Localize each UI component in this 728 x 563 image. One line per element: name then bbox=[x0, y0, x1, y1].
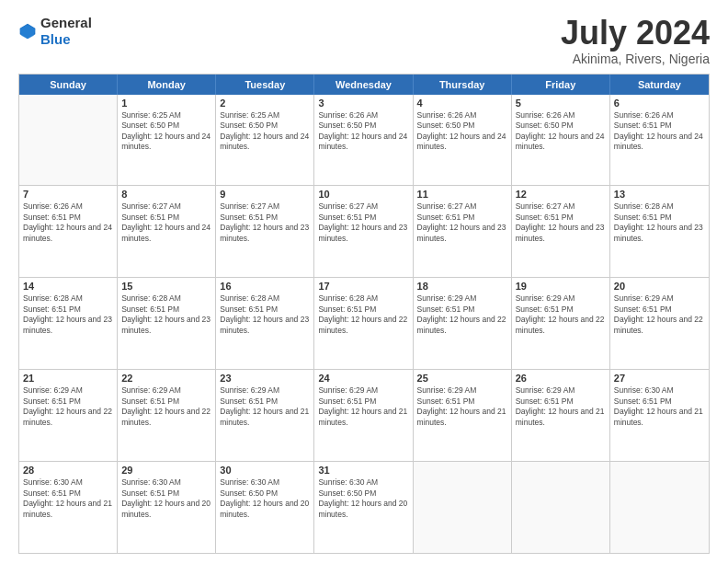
day-number: 13 bbox=[614, 189, 705, 200]
day-info: Sunrise: 6:28 AMSunset: 6:51 PMDaylight:… bbox=[220, 293, 310, 336]
calendar-header-cell: Wednesday bbox=[314, 75, 413, 95]
calendar-row: 28Sunrise: 6:30 AMSunset: 6:51 PMDayligh… bbox=[19, 461, 709, 553]
day-info: Sunrise: 6:29 AMSunset: 6:51 PMDaylight:… bbox=[417, 385, 507, 428]
calendar-cell: 13Sunrise: 6:28 AMSunset: 6:51 PMDayligh… bbox=[610, 186, 709, 277]
calendar: SundayMondayTuesdayWednesdayThursdayFrid… bbox=[18, 74, 710, 554]
day-number: 12 bbox=[516, 189, 606, 200]
day-number: 16 bbox=[220, 281, 310, 292]
calendar-cell: 22Sunrise: 6:29 AMSunset: 6:51 PMDayligh… bbox=[118, 370, 216, 461]
day-number: 4 bbox=[417, 98, 507, 109]
day-number: 27 bbox=[614, 373, 705, 384]
day-number: 25 bbox=[417, 373, 507, 384]
calendar-cell bbox=[512, 462, 610, 553]
day-info: Sunrise: 6:28 AMSunset: 6:51 PMDaylight:… bbox=[318, 293, 408, 336]
day-number: 19 bbox=[516, 281, 606, 292]
day-info: Sunrise: 6:27 AMSunset: 6:51 PMDaylight:… bbox=[318, 201, 408, 244]
day-number: 15 bbox=[121, 281, 211, 292]
calendar-cell: 30Sunrise: 6:30 AMSunset: 6:50 PMDayligh… bbox=[216, 462, 314, 553]
calendar-cell bbox=[414, 462, 512, 553]
day-info: Sunrise: 6:28 AMSunset: 6:51 PMDaylight:… bbox=[23, 293, 113, 336]
calendar-cell: 15Sunrise: 6:28 AMSunset: 6:51 PMDayligh… bbox=[118, 278, 216, 369]
day-info: Sunrise: 6:25 AMSunset: 6:50 PMDaylight:… bbox=[121, 110, 211, 153]
day-number: 3 bbox=[318, 98, 408, 109]
day-info: Sunrise: 6:30 AMSunset: 6:51 PMDaylight:… bbox=[23, 477, 113, 520]
calendar-cell: 20Sunrise: 6:29 AMSunset: 6:51 PMDayligh… bbox=[610, 278, 709, 369]
calendar-cell: 9Sunrise: 6:27 AMSunset: 6:51 PMDaylight… bbox=[216, 186, 314, 277]
calendar-cell: 29Sunrise: 6:30 AMSunset: 6:51 PMDayligh… bbox=[118, 462, 216, 553]
calendar-row: 7Sunrise: 6:26 AMSunset: 6:51 PMDaylight… bbox=[19, 185, 709, 277]
calendar-cell: 8Sunrise: 6:27 AMSunset: 6:51 PMDaylight… bbox=[118, 186, 216, 277]
day-info: Sunrise: 6:26 AMSunset: 6:51 PMDaylight:… bbox=[614, 110, 705, 153]
day-info: Sunrise: 6:30 AMSunset: 6:50 PMDaylight:… bbox=[220, 477, 310, 520]
logo-icon bbox=[18, 22, 37, 40]
day-number: 23 bbox=[220, 373, 310, 384]
calendar-cell: 25Sunrise: 6:29 AMSunset: 6:51 PMDayligh… bbox=[414, 370, 512, 461]
calendar-header: SundayMondayTuesdayWednesdayThursdayFrid… bbox=[19, 75, 709, 95]
title-block: July 2024 Akinima, Rivers, Nigeria bbox=[561, 15, 710, 66]
day-info: Sunrise: 6:28 AMSunset: 6:51 PMDaylight:… bbox=[614, 201, 705, 244]
day-info: Sunrise: 6:29 AMSunset: 6:51 PMDaylight:… bbox=[417, 293, 507, 336]
calendar-row: 1Sunrise: 6:25 AMSunset: 6:50 PMDaylight… bbox=[19, 95, 709, 186]
calendar-cell bbox=[19, 95, 118, 186]
calendar-cell: 14Sunrise: 6:28 AMSunset: 6:51 PMDayligh… bbox=[19, 278, 118, 369]
calendar-cell: 31Sunrise: 6:30 AMSunset: 6:50 PMDayligh… bbox=[314, 462, 413, 553]
calendar-cell: 7Sunrise: 6:26 AMSunset: 6:51 PMDaylight… bbox=[19, 186, 118, 277]
day-number: 18 bbox=[417, 281, 507, 292]
calendar-header-cell: Monday bbox=[118, 75, 216, 95]
calendar-cell: 10Sunrise: 6:27 AMSunset: 6:51 PMDayligh… bbox=[314, 186, 413, 277]
title-month: July 2024 bbox=[561, 15, 710, 52]
day-info: Sunrise: 6:29 AMSunset: 6:51 PMDaylight:… bbox=[318, 385, 408, 428]
calendar-cell bbox=[610, 462, 709, 553]
calendar-cell: 21Sunrise: 6:29 AMSunset: 6:51 PMDayligh… bbox=[19, 370, 118, 461]
day-number: 30 bbox=[220, 465, 310, 476]
calendar-header-cell: Tuesday bbox=[216, 75, 314, 95]
logo-general: General bbox=[40, 15, 92, 30]
calendar-cell: 6Sunrise: 6:26 AMSunset: 6:51 PMDaylight… bbox=[610, 95, 709, 186]
calendar-row: 14Sunrise: 6:28 AMSunset: 6:51 PMDayligh… bbox=[19, 277, 709, 369]
day-info: Sunrise: 6:30 AMSunset: 6:51 PMDaylight:… bbox=[614, 385, 705, 428]
day-number: 6 bbox=[614, 98, 705, 109]
header: General Blue July 2024 Akinima, Rivers, … bbox=[18, 15, 710, 66]
calendar-header-cell: Saturday bbox=[610, 75, 709, 95]
page: General Blue July 2024 Akinima, Rivers, … bbox=[0, 0, 728, 563]
day-info: Sunrise: 6:27 AMSunset: 6:51 PMDaylight:… bbox=[121, 201, 211, 244]
day-info: Sunrise: 6:26 AMSunset: 6:50 PMDaylight:… bbox=[417, 110, 507, 153]
calendar-cell: 1Sunrise: 6:25 AMSunset: 6:50 PMDaylight… bbox=[118, 95, 216, 186]
day-number: 2 bbox=[220, 98, 310, 109]
day-number: 17 bbox=[318, 281, 408, 292]
calendar-header-cell: Thursday bbox=[414, 75, 512, 95]
day-info: Sunrise: 6:29 AMSunset: 6:51 PMDaylight:… bbox=[516, 385, 606, 428]
logo-blue: Blue bbox=[40, 31, 71, 47]
calendar-cell: 3Sunrise: 6:26 AMSunset: 6:50 PMDaylight… bbox=[314, 95, 413, 186]
day-number: 5 bbox=[516, 98, 606, 109]
day-info: Sunrise: 6:27 AMSunset: 6:51 PMDaylight:… bbox=[220, 201, 310, 244]
calendar-header-cell: Sunday bbox=[19, 75, 118, 95]
day-info: Sunrise: 6:30 AMSunset: 6:51 PMDaylight:… bbox=[121, 477, 211, 520]
calendar-row: 21Sunrise: 6:29 AMSunset: 6:51 PMDayligh… bbox=[19, 369, 709, 461]
title-location: Akinima, Rivers, Nigeria bbox=[561, 52, 710, 66]
calendar-cell: 5Sunrise: 6:26 AMSunset: 6:50 PMDaylight… bbox=[512, 95, 610, 186]
calendar-cell: 12Sunrise: 6:27 AMSunset: 6:51 PMDayligh… bbox=[512, 186, 610, 277]
day-number: 20 bbox=[614, 281, 705, 292]
calendar-cell: 16Sunrise: 6:28 AMSunset: 6:51 PMDayligh… bbox=[216, 278, 314, 369]
day-info: Sunrise: 6:30 AMSunset: 6:50 PMDaylight:… bbox=[318, 477, 408, 520]
logo: General Blue bbox=[18, 15, 92, 48]
day-number: 29 bbox=[121, 465, 211, 476]
day-number: 1 bbox=[121, 98, 211, 109]
day-info: Sunrise: 6:29 AMSunset: 6:51 PMDaylight:… bbox=[614, 293, 705, 336]
day-info: Sunrise: 6:26 AMSunset: 6:50 PMDaylight:… bbox=[516, 110, 606, 153]
day-number: 8 bbox=[121, 189, 211, 200]
day-info: Sunrise: 6:29 AMSunset: 6:51 PMDaylight:… bbox=[516, 293, 606, 336]
calendar-cell: 19Sunrise: 6:29 AMSunset: 6:51 PMDayligh… bbox=[512, 278, 610, 369]
day-number: 28 bbox=[23, 465, 113, 476]
day-info: Sunrise: 6:29 AMSunset: 6:51 PMDaylight:… bbox=[121, 385, 211, 428]
calendar-cell: 28Sunrise: 6:30 AMSunset: 6:51 PMDayligh… bbox=[19, 462, 118, 553]
day-number: 7 bbox=[23, 189, 113, 200]
day-number: 21 bbox=[23, 373, 113, 384]
day-number: 11 bbox=[417, 189, 507, 200]
calendar-cell: 18Sunrise: 6:29 AMSunset: 6:51 PMDayligh… bbox=[414, 278, 512, 369]
day-info: Sunrise: 6:26 AMSunset: 6:50 PMDaylight:… bbox=[318, 110, 408, 153]
day-number: 24 bbox=[318, 373, 408, 384]
day-info: Sunrise: 6:29 AMSunset: 6:51 PMDaylight:… bbox=[220, 385, 310, 428]
day-info: Sunrise: 6:27 AMSunset: 6:51 PMDaylight:… bbox=[417, 201, 507, 244]
